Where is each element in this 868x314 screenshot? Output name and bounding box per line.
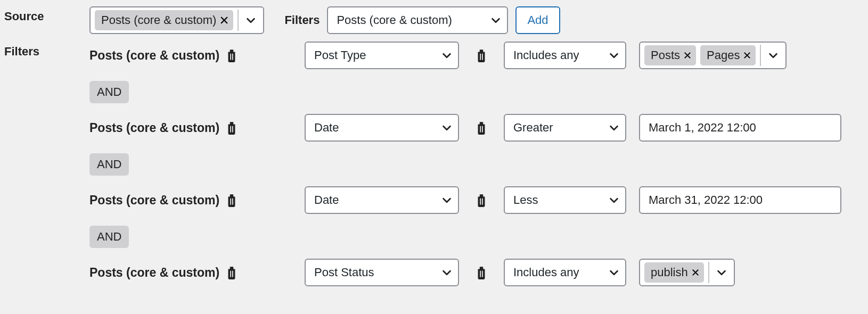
svg-rect-15 — [482, 271, 483, 277]
value-chip[interactable]: Pages — [700, 45, 756, 65]
logic-and-badge: AND — [89, 153, 129, 176]
filter-group-label: Posts (core & custom) — [89, 120, 239, 135]
chevron-down-icon — [490, 14, 502, 26]
filters-source-select-text: Posts (core & custom) — [337, 13, 452, 27]
close-icon[interactable] — [219, 15, 229, 25]
filter-group-label: Posts (core & custom) — [89, 193, 239, 208]
trash-icon[interactable] — [225, 265, 239, 280]
svg-rect-11 — [482, 199, 483, 205]
chevron-down-icon[interactable] — [239, 7, 263, 33]
filter-group-label: Posts (core & custom) — [89, 265, 239, 280]
trash-icon[interactable] — [474, 120, 488, 135]
chevron-down-icon — [608, 267, 620, 278]
chevron-down-icon[interactable] — [709, 260, 734, 285]
filter-value-input[interactable]: March 1, 2022 12:00 — [639, 114, 841, 142]
svg-rect-5 — [232, 126, 233, 133]
filter-operator-select[interactable]: Less — [504, 186, 626, 214]
svg-rect-0 — [230, 54, 231, 60]
source-chip-label: Posts (core & custom) — [101, 13, 216, 27]
chevron-down-icon — [608, 49, 620, 61]
close-icon[interactable] — [743, 51, 751, 60]
chevron-down-icon — [608, 122, 620, 134]
svg-rect-3 — [482, 54, 483, 60]
trash-icon[interactable] — [474, 48, 488, 63]
logic-and-badge: AND — [89, 226, 129, 248]
svg-rect-6 — [480, 126, 481, 133]
value-chip[interactable]: publish — [644, 262, 704, 283]
svg-rect-10 — [480, 199, 481, 205]
filter-field-select[interactable]: Date — [305, 114, 459, 142]
filter-value-input[interactable]: March 31, 2022 12:00 — [639, 186, 841, 214]
filter-operator-select[interactable]: Greater — [504, 114, 626, 142]
svg-rect-1 — [232, 54, 233, 60]
trash-icon[interactable] — [225, 193, 239, 208]
filter-group-label: Posts (core & custom) — [89, 48, 239, 63]
trash-icon[interactable] — [474, 265, 488, 280]
svg-rect-7 — [482, 126, 483, 133]
svg-rect-14 — [480, 271, 481, 277]
filter-operator-select[interactable]: Includes any — [504, 259, 626, 286]
chevron-down-icon — [608, 194, 620, 206]
source-label: Source — [4, 6, 68, 23]
chevron-down-icon[interactable] — [761, 43, 785, 68]
source-chip[interactable]: Posts (core & custom) — [95, 10, 233, 30]
filters-side-label: Filters — [4, 42, 68, 59]
close-icon[interactable] — [683, 51, 692, 60]
filter-field-select[interactable]: Post Status — [305, 259, 459, 286]
svg-rect-4 — [230, 126, 231, 133]
add-button[interactable]: Add — [515, 6, 560, 34]
svg-rect-8 — [230, 199, 231, 205]
filters-inline-label: Filters — [284, 13, 320, 27]
trash-icon[interactable] — [474, 193, 488, 208]
chevron-down-icon — [441, 194, 453, 206]
filter-operator-select[interactable]: Includes any — [504, 42, 626, 69]
svg-rect-9 — [232, 199, 233, 205]
chevron-down-icon — [441, 267, 453, 278]
close-icon[interactable] — [691, 268, 700, 277]
source-combo[interactable]: Posts (core & custom) — [89, 6, 264, 34]
svg-rect-12 — [230, 271, 231, 277]
filter-field-select[interactable]: Post Type — [305, 42, 459, 69]
value-chip[interactable]: Posts — [644, 45, 696, 65]
trash-icon[interactable] — [225, 120, 239, 135]
svg-rect-13 — [232, 271, 233, 277]
svg-rect-2 — [480, 54, 481, 60]
filter-field-select[interactable]: Date — [305, 186, 459, 214]
trash-icon[interactable] — [225, 48, 239, 63]
filter-value-combo[interactable]: publish — [639, 259, 735, 286]
logic-and-badge: AND — [89, 81, 129, 103]
chevron-down-icon — [441, 49, 453, 61]
filters-source-select[interactable]: Posts (core & custom) — [327, 6, 508, 34]
chevron-down-icon — [441, 122, 453, 134]
filter-value-combo[interactable]: Posts Pages — [639, 42, 787, 69]
